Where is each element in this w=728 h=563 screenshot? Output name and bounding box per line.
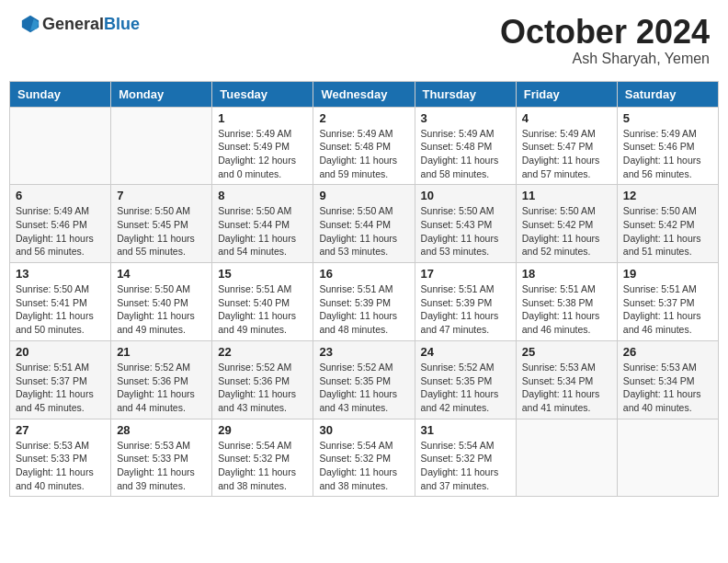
day-number: 31 (421, 423, 510, 437)
calendar-cell: 26Sunrise: 5:53 AMSunset: 5:34 PMDayligh… (617, 340, 718, 419)
day-info: Sunrise: 5:52 AMSunset: 5:35 PMDaylight:… (421, 361, 510, 415)
day-info: Sunrise: 5:51 AMSunset: 5:39 PMDaylight:… (421, 282, 510, 337)
weekday-header-row: SundayMondayTuesdayWednesdayThursdayFrid… (10, 81, 719, 107)
calendar-cell: 14Sunrise: 5:50 AMSunset: 5:40 PMDayligh… (111, 263, 212, 341)
day-info: Sunrise: 5:54 AMSunset: 5:32 PMDaylight:… (218, 439, 307, 493)
day-number: 5 (623, 111, 712, 125)
day-info: Sunrise: 5:49 AMSunset: 5:47 PMDaylight:… (522, 127, 611, 181)
calendar-cell: 15Sunrise: 5:51 AMSunset: 5:40 PMDayligh… (212, 263, 313, 341)
day-info: Sunrise: 5:50 AMSunset: 5:42 PMDaylight:… (522, 204, 611, 259)
header: GeneralBlue October 2024 Ash Sharyah, Ye… (9, 9, 719, 72)
calendar-cell: 20Sunrise: 5:51 AMSunset: 5:37 PMDayligh… (10, 340, 111, 419)
calendar-cell (617, 419, 718, 497)
calendar-cell: 24Sunrise: 5:52 AMSunset: 5:35 PMDayligh… (415, 340, 516, 419)
day-info: Sunrise: 5:52 AMSunset: 5:36 PMDaylight:… (218, 361, 307, 415)
day-number: 14 (117, 267, 206, 281)
day-number: 7 (117, 189, 206, 202)
calendar-week-5: 27Sunrise: 5:53 AMSunset: 5:33 PMDayligh… (10, 419, 719, 497)
page-container: GeneralBlue October 2024 Ash Sharyah, Ye… (9, 9, 719, 497)
day-number: 1 (218, 111, 307, 125)
day-info: Sunrise: 5:50 AMSunset: 5:44 PMDaylight:… (218, 204, 307, 259)
day-number: 28 (117, 423, 206, 437)
day-info: Sunrise: 5:51 AMSunset: 5:37 PMDaylight:… (16, 361, 105, 415)
day-number: 3 (421, 111, 510, 125)
calendar-cell: 30Sunrise: 5:54 AMSunset: 5:32 PMDayligh… (313, 419, 415, 497)
calendar-cell: 10Sunrise: 5:50 AMSunset: 5:43 PMDayligh… (415, 185, 516, 263)
calendar-cell: 17Sunrise: 5:51 AMSunset: 5:39 PMDayligh… (415, 263, 516, 341)
day-info: Sunrise: 5:51 AMSunset: 5:38 PMDaylight:… (522, 282, 611, 337)
day-number: 25 (522, 345, 611, 359)
calendar-cell: 4Sunrise: 5:49 AMSunset: 5:47 PMDaylight… (516, 107, 617, 185)
day-info: Sunrise: 5:49 AMSunset: 5:46 PMDaylight:… (623, 127, 712, 181)
day-number: 18 (522, 267, 611, 281)
day-info: Sunrise: 5:52 AMSunset: 5:36 PMDaylight:… (117, 361, 206, 415)
day-number: 27 (16, 423, 105, 437)
day-number: 15 (218, 267, 307, 281)
day-info: Sunrise: 5:49 AMSunset: 5:49 PMDaylight:… (218, 127, 307, 181)
day-number: 10 (421, 189, 510, 202)
logo-general: General (42, 15, 104, 33)
title-block: October 2024 Ash Sharyah, Yemen (500, 14, 710, 67)
day-info: Sunrise: 5:50 AMSunset: 5:42 PMDaylight:… (623, 204, 712, 259)
logo-icon (20, 14, 40, 34)
day-info: Sunrise: 5:54 AMSunset: 5:32 PMDaylight:… (421, 439, 510, 493)
calendar-cell: 6Sunrise: 5:49 AMSunset: 5:46 PMDaylight… (10, 185, 111, 263)
calendar-cell: 22Sunrise: 5:52 AMSunset: 5:36 PMDayligh… (212, 340, 313, 419)
weekday-header-thursday: Thursday (415, 81, 516, 107)
calendar-cell: 2Sunrise: 5:49 AMSunset: 5:48 PMDaylight… (313, 107, 415, 185)
day-number: 17 (421, 267, 510, 281)
day-info: Sunrise: 5:51 AMSunset: 5:40 PMDaylight:… (218, 282, 307, 337)
day-info: Sunrise: 5:50 AMSunset: 5:45 PMDaylight:… (117, 204, 206, 259)
day-info: Sunrise: 5:52 AMSunset: 5:35 PMDaylight:… (319, 361, 408, 415)
day-number: 6 (16, 189, 105, 202)
weekday-header-tuesday: Tuesday (212, 81, 313, 107)
day-number: 2 (319, 111, 408, 125)
day-info: Sunrise: 5:50 AMSunset: 5:40 PMDaylight:… (117, 282, 206, 337)
day-info: Sunrise: 5:51 AMSunset: 5:37 PMDaylight:… (623, 282, 712, 337)
day-number: 30 (319, 423, 408, 437)
logo-text: GeneralBlue (42, 15, 140, 34)
day-number: 21 (117, 345, 206, 359)
day-info: Sunrise: 5:54 AMSunset: 5:32 PMDaylight:… (319, 439, 408, 493)
day-info: Sunrise: 5:51 AMSunset: 5:39 PMDaylight:… (319, 282, 408, 337)
calendar-cell: 5Sunrise: 5:49 AMSunset: 5:46 PMDaylight… (617, 107, 718, 185)
weekday-header-sunday: Sunday (10, 81, 111, 107)
day-number: 23 (319, 345, 408, 359)
weekday-header-friday: Friday (516, 81, 617, 107)
month-title: October 2024 (500, 14, 710, 51)
calendar-cell: 11Sunrise: 5:50 AMSunset: 5:42 PMDayligh… (516, 185, 617, 263)
day-info: Sunrise: 5:53 AMSunset: 5:34 PMDaylight:… (522, 361, 611, 415)
calendar-cell: 8Sunrise: 5:50 AMSunset: 5:44 PMDaylight… (212, 185, 313, 263)
calendar-cell (10, 107, 111, 185)
day-number: 24 (421, 345, 510, 359)
calendar-cell: 12Sunrise: 5:50 AMSunset: 5:42 PMDayligh… (617, 185, 718, 263)
day-info: Sunrise: 5:49 AMSunset: 5:48 PMDaylight:… (319, 127, 408, 181)
day-number: 4 (522, 111, 611, 125)
day-info: Sunrise: 5:49 AMSunset: 5:48 PMDaylight:… (421, 127, 510, 181)
calendar-cell: 13Sunrise: 5:50 AMSunset: 5:41 PMDayligh… (10, 263, 111, 341)
calendar-cell: 3Sunrise: 5:49 AMSunset: 5:48 PMDaylight… (415, 107, 516, 185)
calendar-week-1: 1Sunrise: 5:49 AMSunset: 5:49 PMDaylight… (10, 107, 719, 185)
calendar-cell: 28Sunrise: 5:53 AMSunset: 5:33 PMDayligh… (111, 419, 212, 497)
calendar-cell: 16Sunrise: 5:51 AMSunset: 5:39 PMDayligh… (313, 263, 415, 341)
day-info: Sunrise: 5:50 AMSunset: 5:41 PMDaylight:… (16, 282, 105, 337)
calendar-cell: 25Sunrise: 5:53 AMSunset: 5:34 PMDayligh… (516, 340, 617, 419)
calendar-week-4: 20Sunrise: 5:51 AMSunset: 5:37 PMDayligh… (10, 340, 719, 419)
day-info: Sunrise: 5:53 AMSunset: 5:33 PMDaylight:… (16, 439, 105, 493)
day-info: Sunrise: 5:53 AMSunset: 5:34 PMDaylight:… (623, 361, 712, 415)
day-number: 8 (218, 189, 307, 202)
calendar-cell: 29Sunrise: 5:54 AMSunset: 5:32 PMDayligh… (212, 419, 313, 497)
calendar-cell: 1Sunrise: 5:49 AMSunset: 5:49 PMDaylight… (212, 107, 313, 185)
day-number: 13 (16, 267, 105, 281)
day-number: 16 (319, 267, 408, 281)
calendar-cell (111, 107, 212, 185)
day-number: 11 (522, 189, 611, 202)
day-number: 19 (623, 267, 712, 281)
calendar-table: SundayMondayTuesdayWednesdayThursdayFrid… (9, 81, 719, 498)
calendar-cell: 27Sunrise: 5:53 AMSunset: 5:33 PMDayligh… (10, 419, 111, 497)
weekday-header-monday: Monday (111, 81, 212, 107)
logo: GeneralBlue (18, 14, 140, 34)
calendar-week-2: 6Sunrise: 5:49 AMSunset: 5:46 PMDaylight… (10, 185, 719, 263)
day-number: 26 (623, 345, 712, 359)
day-number: 12 (623, 189, 712, 202)
